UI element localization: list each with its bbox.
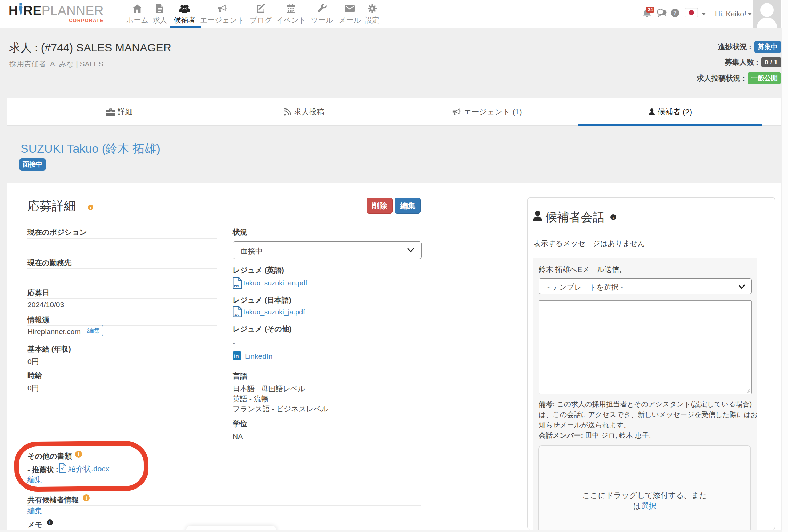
svg-text:JA: JA (234, 313, 239, 316)
svg-text:EN: EN (234, 284, 239, 288)
svg-text:in: in (234, 353, 239, 359)
svg-text:i: i (86, 495, 87, 501)
svg-text:?: ? (673, 10, 677, 16)
svg-text:i: i (90, 205, 91, 210)
